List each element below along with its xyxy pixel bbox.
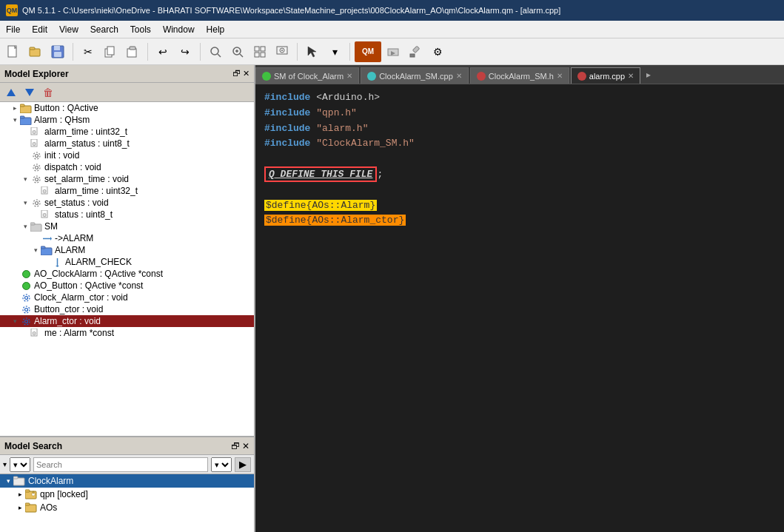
toolbar-find[interactable] [205,41,226,62]
tree-item-status-param[interactable]: ⚙ status : uint8_t [0,209,254,220]
model-search: Model Search 🗗 ✕ ▾ ▾ ▾ ▶ ▾ ClockAlarm ▸ [0,436,254,532]
tab-sm-clock-alarm[interactable]: SM of Clock_Alarm ✕ [255,67,359,84]
search-result-aos[interactable]: ▸ AOs [0,501,254,514]
tree-expander[interactable]: ▸ [10,104,19,112]
menu-window[interactable]: Window [157,23,201,36]
search-close-button[interactable]: ✕ [242,441,249,451]
tab-label: SM of Clock_Alarm [274,72,344,81]
tab-close-button[interactable]: ✕ [557,72,563,80]
toolbar-copy[interactable] [100,41,121,62]
svg-rect-7 [107,47,114,55]
tree-item-clock-alarm-ctor[interactable]: Clock_Alarm_ctor : void [0,292,254,303]
toolbar-open[interactable] [25,41,46,62]
tree-item-set-status[interactable]: ▾ set_status : void [0,197,254,209]
toolbar-cursor[interactable] [302,41,323,62]
tree-item-alarm-time-param[interactable]: ⚙ alarm_time : uint32_t [0,185,254,197]
svg-marker-29 [25,89,34,96]
tree-item-set-alarm-time[interactable]: ▾ set_alarm_time : void [0,173,254,185]
result-expander[interactable]: ▾ [3,477,13,485]
toolbar-save[interactable] [47,41,68,62]
toolbar-qm[interactable]: QM [355,41,381,62]
explorer-pin-button[interactable]: 🗗 [232,69,241,78]
tree-expander[interactable]: ▾ [21,199,30,206]
search-pin-button[interactable]: 🗗 [231,441,240,451]
toolbar-build[interactable] [405,41,426,62]
tree-item-ao-button[interactable]: AO_Button : QActive *const [0,280,254,292]
code-line-7 [264,183,775,198]
model-explorer: Model Explorer 🗗 ✕ 🗑 ▸ Button : [0,65,254,436]
tree-expander[interactable]: ▾ [10,317,19,325]
result-expander[interactable]: ▸ [15,504,25,511]
toolbar-dropdown[interactable]: ▾ [324,41,345,62]
toolbar-settings[interactable]: ⚙ [427,41,448,62]
menu-file[interactable]: File [0,23,26,36]
toolbar-zoom[interactable] [227,41,248,62]
toolbar-paste[interactable] [122,41,143,62]
tab-close-button[interactable]: ✕ [346,72,352,80]
tree-item-icon [19,292,33,303]
tree-item-button-ctor[interactable]: Button_ctor : void [0,303,254,315]
tree-item-button-qactive[interactable]: ▸ Button : QActive [0,102,254,114]
tree-container[interactable]: ▸ Button : QActive ▾ Alarm : QHsm ⚙ alar… [0,102,254,436]
svg-rect-2 [30,47,35,50]
code-editor[interactable]: #include <Arduino.h>#include "qpn.h"#inc… [255,84,784,532]
code-line-4: #include "ClockAlarm_SM.h" [264,136,775,152]
tab-overflow-button[interactable]: ▸ [642,67,655,82]
search-go-button[interactable]: ▶ [235,457,251,472]
toolbar-sep-1 [73,43,73,61]
tree-item-init[interactable]: init : void [0,149,254,161]
title-bar: QM QM 5.1.1 - C:\Users\nieki\OneDrive - … [0,0,784,21]
tree-item-alarm-check[interactable]: ALARM_CHECK [0,256,254,268]
tree-expander[interactable]: ▾ [21,223,30,230]
toolbar-undo[interactable]: ↩ [153,41,173,62]
tree-item-alarm-state[interactable]: ▾ ALARM [0,244,254,256]
menu-tools[interactable]: Tools [124,23,157,36]
tree-item-me-param[interactable]: ⚙ me : Alarm *const [0,327,254,339]
search-result-qpn-locked[interactable]: ▸ qpn [locked] [0,488,254,501]
tab-clockalarm-sm-h[interactable]: ClockAlarm_SM.h ✕ [470,67,569,84]
tree-delete-button[interactable]: 🗑 [40,85,56,100]
menu-search[interactable]: Search [84,23,124,36]
svg-line-15 [240,54,243,57]
svg-rect-51 [30,223,35,225]
toolbar-redo[interactable]: ↪ [175,41,195,62]
tree-item-alarm-time[interactable]: ⚙ alarm_time : uint32_t [0,126,254,138]
search-type-select[interactable]: ▾ [10,457,30,472]
svg-rect-27 [410,54,415,57]
toolbar-grid[interactable] [249,41,270,62]
toolbar-new[interactable] [3,41,24,62]
tab-alarm-cpp[interactable]: alarm.cpp ✕ [571,67,640,84]
tree-item-alarm-qhsm[interactable]: ▾ Alarm : QHsm [0,114,254,126]
toolbar-generate[interactable] [383,41,403,62]
toolbar-cut[interactable]: ✂ [78,41,98,62]
tree-expander[interactable]: ▾ [10,116,19,124]
tree-item-alarm-ctor[interactable]: ▾ Alarm_ctor : void [0,315,254,327]
tree-expander[interactable]: ▾ [21,175,30,183]
tab-clockalarm-sm-cpp[interactable]: ClockAlarm_SM.cpp ✕ [361,67,469,84]
tree-item-label: Clock_Alarm_ctor : void [34,292,254,303]
menu-help[interactable]: Help [201,23,231,36]
tab-close-button[interactable]: ✕ [628,72,634,80]
search-options-select[interactable]: ▾ [211,457,232,472]
tab-close-button[interactable]: ✕ [456,72,462,80]
tree-up-button[interactable] [3,85,19,100]
tree-item-arrow-alarm[interactable]: ->ALARM [0,232,254,244]
tree-item-ao-clockalarm[interactable]: AO_ClockAlarm : QActive *const [0,268,254,280]
svg-text:⚙: ⚙ [32,129,36,135]
tab-icon [577,72,586,81]
menu-view[interactable]: View [53,23,84,36]
svg-rect-71 [25,490,30,492]
toolbar-view[interactable] [272,41,292,62]
explorer-close-button[interactable]: ✕ [243,69,249,78]
tree-expander[interactable]: ▾ [31,246,40,254]
tree-item-dispatch[interactable]: dispatch : void [0,161,254,173]
search-result-clockalarm[interactable]: ▾ ClockAlarm [0,474,254,488]
menu-edit[interactable]: Edit [26,23,53,36]
result-expander[interactable]: ▸ [15,491,25,498]
tree-item-alarm-status[interactable]: ⚙ alarm_status : uint8_t [0,138,254,149]
svg-rect-19 [261,53,265,57]
tree-item-sm[interactable]: ▾ SM [0,220,254,232]
code-line-1: #include <Arduino.h> [264,90,775,106]
search-input[interactable] [33,457,208,472]
tree-down-button[interactable] [21,85,38,100]
